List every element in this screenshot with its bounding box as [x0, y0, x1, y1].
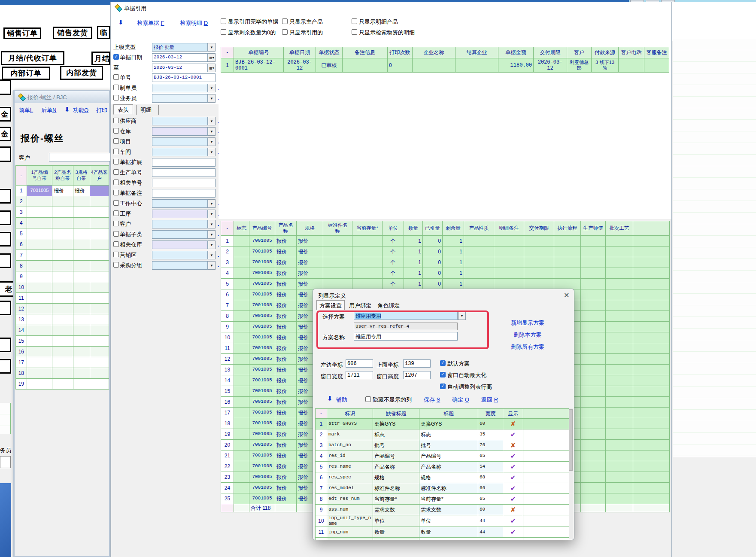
tab-role-binding[interactable]: 角色绑定 — [377, 302, 400, 310]
width-cell[interactable]: 44 — [478, 515, 503, 527]
cell[interactable]: 7001005 — [249, 343, 275, 354]
cell[interactable] — [90, 218, 109, 228]
dialog-option-checkbox[interactable] — [440, 360, 446, 366]
row-number-cell[interactable]: 3 — [16, 207, 27, 218]
filter-checkbox[interactable] — [282, 29, 288, 35]
column-header[interactable]: - — [16, 166, 27, 186]
app-nav-button[interactable]: 临 — [97, 26, 110, 39]
cell[interactable] — [90, 282, 109, 293]
row-number-cell[interactable]: 16 — [16, 347, 27, 357]
column-header[interactable]: 显示 — [503, 409, 523, 419]
cell[interactable] — [633, 236, 670, 247]
cell[interactable] — [73, 271, 90, 282]
filter-row-combo[interactable] — [152, 199, 208, 208]
cell[interactable]: 1 — [404, 268, 423, 279]
table-row[interactable]: 2 — [16, 196, 109, 207]
filter-row-combo[interactable] — [152, 230, 208, 239]
cell[interactable] — [352, 247, 383, 257]
app-nav-button[interactable]: 月结/ — [91, 52, 110, 65]
filter-row-checkbox[interactable] — [113, 221, 119, 226]
show-mark-cell[interactable]: ✘ — [503, 505, 523, 515]
quote-menu-item[interactable]: 后单N — [41, 107, 56, 114]
cell[interactable]: 报价 — [275, 365, 297, 375]
width-cell[interactable]: 68 — [478, 472, 503, 483]
cell[interactable]: 报价 — [275, 493, 297, 504]
table-row[interactable]: 47001005报价报价个101 — [221, 268, 670, 279]
table-row[interactable]: 3 — [16, 207, 109, 218]
cell[interactable] — [90, 379, 109, 390]
cell[interactable]: 22 — [221, 461, 234, 472]
filter-row-checkbox[interactable] — [113, 85, 119, 90]
column-header[interactable]: 标题 — [419, 409, 478, 419]
cell[interactable]: 报价 — [297, 279, 323, 289]
table-row[interactable]: 8 — [16, 261, 109, 271]
cell[interactable]: 1 — [404, 279, 423, 289]
cell[interactable] — [606, 397, 633, 408]
filter-row-date[interactable]: 2026-03-12 — [152, 64, 208, 72]
cell[interactable]: 20 — [221, 440, 234, 450]
row-number-cell[interactable]: 7 — [316, 483, 327, 494]
cell[interactable]: 8 — [221, 311, 234, 322]
table-row[interactable]: 6 — [16, 239, 109, 250]
filter-checkbox[interactable] — [352, 18, 357, 24]
cell[interactable] — [73, 357, 90, 368]
cell[interactable] — [606, 429, 633, 440]
cell[interactable]: 24 — [221, 483, 234, 493]
row-number-cell[interactable]: 10 — [16, 282, 27, 293]
cell[interactable] — [73, 325, 90, 336]
cell[interactable]: 3 — [221, 257, 234, 268]
row-number-cell[interactable]: 9 — [16, 271, 27, 282]
cell[interactable]: 11 — [221, 343, 234, 354]
column-header[interactable] — [633, 221, 670, 236]
cell[interactable] — [90, 368, 109, 379]
cell[interactable]: 报价 — [73, 186, 90, 196]
cell[interactable] — [633, 247, 670, 257]
cell[interactable]: 7001005 — [249, 493, 275, 504]
row-number-cell[interactable]: 2 — [316, 429, 327, 440]
cell[interactable] — [581, 268, 606, 279]
cell[interactable] — [73, 218, 90, 228]
row-number-cell[interactable]: 12 — [316, 538, 327, 540]
cell[interactable] — [27, 228, 52, 239]
filter-row-checkbox[interactable] — [113, 74, 119, 80]
row-number-cell[interactable]: 11 — [16, 293, 27, 304]
column-header[interactable]: 已引量 — [423, 221, 443, 236]
title-cell[interactable]: 标准件名称 — [419, 483, 478, 494]
cell[interactable] — [581, 279, 606, 289]
column-header[interactable]: 客户 — [567, 47, 592, 58]
cell[interactable]: 18 — [221, 418, 234, 429]
column-header[interactable]: 备注信息 — [343, 47, 388, 58]
filter-row-date[interactable]: 2026-03-12 — [152, 53, 208, 62]
width-cell[interactable]: 76 — [478, 440, 503, 451]
combo-dropdown-arrow[interactable]: ▼ — [208, 220, 216, 228]
cell[interactable] — [90, 239, 109, 250]
cell[interactable]: 25 — [221, 493, 234, 504]
cell[interactable] — [73, 196, 90, 207]
filter-row-input[interactable] — [152, 168, 216, 177]
cell[interactable] — [581, 408, 606, 418]
cell[interactable]: 1 — [443, 279, 464, 289]
quote-menu-item[interactable]: 打印 — [96, 107, 107, 114]
cell[interactable] — [73, 368, 90, 379]
cell[interactable] — [524, 236, 554, 247]
cell[interactable] — [323, 247, 352, 257]
row-number-cell[interactable]: 13 — [16, 314, 27, 325]
cell[interactable] — [73, 347, 90, 357]
cell[interactable]: 7001005 — [249, 354, 275, 365]
cell[interactable]: 2026-03-12 — [284, 58, 316, 73]
cell[interactable] — [52, 250, 73, 261]
cell[interactable] — [234, 354, 249, 365]
filter-checkbox[interactable] — [352, 29, 357, 35]
filter-row-checkbox[interactable] — [113, 128, 119, 134]
cell[interactable] — [27, 261, 52, 271]
cell[interactable]: 15 — [221, 386, 234, 397]
table-row[interactable]: 17 — [16, 357, 109, 368]
aux-down-arrow-icon[interactable]: ⬇ — [327, 395, 333, 402]
cell[interactable] — [633, 450, 670, 461]
dialog-button[interactable]: 确定 O — [452, 396, 469, 404]
row-number-cell[interactable]: 4 — [16, 218, 27, 228]
cell[interactable]: 报价 — [275, 289, 297, 300]
table-row[interactable]: 17001005报价报价 — [16, 186, 109, 196]
cell[interactable] — [581, 450, 606, 461]
cell[interactable] — [554, 247, 581, 257]
